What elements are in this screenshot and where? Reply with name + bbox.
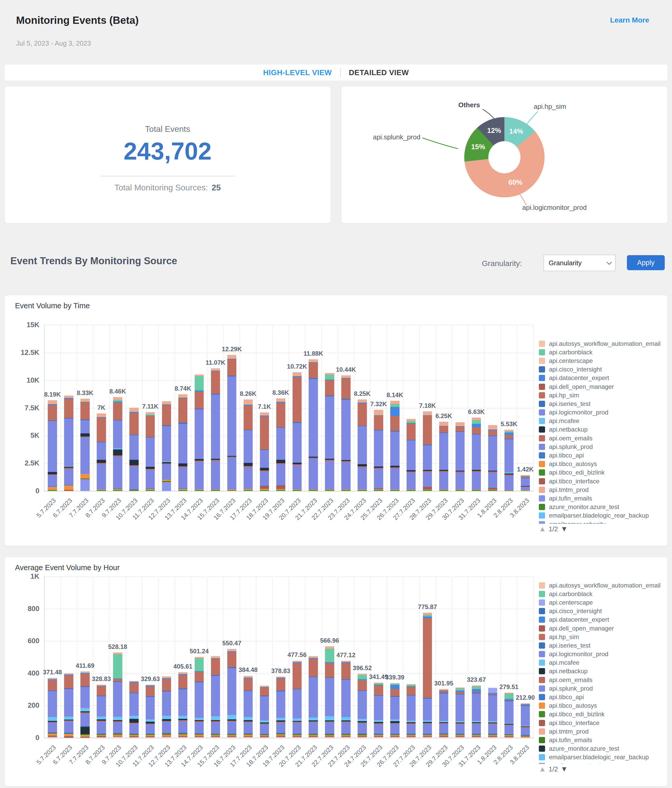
legend-item-api.centerscape[interactable]: api.centerscape (539, 598, 665, 607)
stacked-bar-19.7.2023[interactable] (276, 399, 285, 491)
legend-item-emailparser.bladelogic_rear_backup[interactable]: emailparser.bladelogic_rear_backup (539, 512, 665, 520)
stacked-bar-16.7.2023[interactable] (227, 649, 236, 738)
stacked-bar-10.7.2023[interactable] (129, 681, 138, 738)
legend-item-emailparser.cohesity[interactable]: emailparser.cohesity (539, 520, 665, 524)
legend-item-api.oem_emails[interactable]: api.oem_emails (539, 675, 665, 684)
stacked-bar-2.8.2023[interactable] (504, 693, 513, 738)
legend-item-api.tufin_emails[interactable]: api.tufin_emails (539, 736, 665, 744)
legend-item-api.tibco_api[interactable]: api.tibco_api (539, 693, 665, 701)
learn-more-link[interactable]: Learn More (610, 16, 649, 24)
stacked-bar-3.8.2023[interactable] (521, 475, 530, 491)
legend-item-api.tmtm_prod[interactable]: api.tmtm_prod (539, 727, 665, 736)
stacked-bar-22.7.2023[interactable] (325, 373, 334, 491)
stacked-bar-18.7.2023[interactable] (260, 412, 269, 491)
donut-label-others[interactable]: Others (427, 101, 480, 109)
tab-high-level-view[interactable]: HIGH-LEVEL VIEW (263, 68, 332, 77)
legend-item-api.splunk_prod[interactable]: api.splunk_prod (539, 442, 665, 451)
legend-item-api.datacenter_expert[interactable]: api.datacenter_expert (539, 615, 665, 624)
stacked-bar-6.7.2023[interactable] (64, 396, 73, 491)
stacked-bar-23.7.2023[interactable] (342, 375, 351, 491)
stacked-bar-25.7.2023[interactable] (374, 683, 383, 738)
donut-label-logicmonitor-prod[interactable]: api.logicmonitor_prod (522, 203, 587, 211)
stacked-bar-3.8.2023[interactable] (521, 703, 530, 738)
tab-detailed-view[interactable]: DETAILED VIEW (349, 68, 409, 77)
stacked-bar-26.7.2023[interactable] (390, 401, 399, 491)
stacked-bar-12.7.2023[interactable] (162, 676, 171, 738)
stacked-bar-31.7.2023[interactable] (472, 418, 481, 491)
stacked-bar-28.7.2023[interactable] (423, 613, 432, 738)
legend-item-api.centerscape[interactable]: api.centerscape (539, 356, 665, 365)
stacked-bar-24.7.2023[interactable] (358, 399, 367, 491)
legend-item-api.tibco_interface[interactable]: api.tibco_interface (539, 477, 665, 485)
apply-button[interactable]: Apply (627, 255, 665, 270)
stacked-bar-17.7.2023[interactable] (243, 399, 253, 491)
stacked-bar-25.7.2023[interactable] (374, 410, 383, 491)
stacked-bar-23.7.2023[interactable] (342, 661, 351, 738)
granularity-select[interactable]: Granularity (543, 255, 616, 271)
stacked-bar-7.7.2023[interactable] (81, 399, 90, 491)
legend-item-api.carbonblack[interactable]: api.carbonblack (539, 348, 665, 356)
stacked-bar-20.7.2023[interactable] (292, 372, 302, 491)
legend-item-api.tibco_autosys[interactable]: api.tibco_autosys (539, 460, 665, 468)
legend-item-api.mcafee[interactable]: api.mcafee (539, 658, 665, 667)
stacked-bar-7.7.2023[interactable] (81, 671, 90, 738)
stacked-bar-21.7.2023[interactable] (309, 359, 318, 491)
legend-item-api.tibco_api[interactable]: api.tibco_api (539, 451, 665, 459)
stacked-bar-6.7.2023[interactable] (64, 673, 73, 738)
stacked-bar-16.7.2023[interactable] (227, 355, 236, 491)
stacked-bar-29.7.2023[interactable] (439, 422, 448, 491)
legend-item-api.hp_sim[interactable]: api.hp_sim (539, 632, 665, 641)
stacked-bar-11.7.2023[interactable] (146, 412, 155, 491)
stacked-bar-5.7.2023[interactable] (48, 400, 57, 491)
legend-item-api.netbackup[interactable]: api.netbackup (539, 667, 665, 675)
events-by-source-donut[interactable]: 14%60%15%12% (464, 117, 545, 197)
stacked-bar-10.7.2023[interactable] (129, 408, 138, 491)
legend-page-down-icon[interactable]: ▼ (561, 765, 568, 773)
stacked-bar-17.7.2023[interactable] (243, 675, 253, 738)
stacked-bar-11.7.2023[interactable] (146, 685, 155, 738)
stacked-bar-19.7.2023[interactable] (276, 677, 285, 738)
legend-page-down-icon[interactable]: ▼ (561, 525, 568, 533)
stacked-bar-21.7.2023[interactable] (309, 656, 318, 738)
stacked-bar-28.7.2023[interactable] (423, 411, 432, 491)
stacked-bar-8.7.2023[interactable] (97, 685, 106, 738)
legend-item-api.dell_open_manager[interactable]: api.dell_open_manager (539, 624, 665, 632)
stacked-bar-30.7.2023[interactable] (456, 422, 464, 491)
legend-item-api.splunk_prod[interactable]: api.splunk_prod (539, 684, 665, 693)
stacked-bar-29.7.2023[interactable] (439, 689, 448, 738)
legend-item-emailparser.bladelogic_rear_backup[interactable]: emailparser.bladelogic_rear_backup (539, 753, 665, 762)
stacked-bar-14.7.2023[interactable] (195, 375, 203, 491)
stacked-bar-30.7.2023[interactable] (456, 688, 464, 738)
legend-item-api.autosys_workflow_automation_email[interactable]: api.autosys_workflow_automation_email (539, 339, 665, 348)
legend-item-api.logicmonitor_prod[interactable]: api.logicmonitor_prod (539, 650, 665, 658)
legend-item-api.hp_sim[interactable]: api.hp_sim (539, 391, 665, 399)
legend-item-api.tibco_autosys[interactable]: api.tibco_autosys (539, 702, 665, 710)
stacked-bar-1.8.2023[interactable] (488, 425, 497, 491)
legend-item-api.oem_emails[interactable]: api.oem_emails (539, 434, 665, 442)
legend-item-api.tibco_interface[interactable]: api.tibco_interface (539, 718, 665, 727)
legend-item-emailparser.cohesity[interactable]: emailparser.cohesity (539, 762, 665, 764)
stacked-bar-1.8.2023[interactable] (488, 688, 497, 738)
legend-item-api.datacenter_expert[interactable]: api.datacenter_expert (539, 374, 665, 382)
legend-page-up-icon[interactable]: ▲ (539, 765, 546, 773)
stacked-bar-12.7.2023[interactable] (162, 401, 171, 491)
stacked-bar-15.7.2023[interactable] (211, 656, 220, 738)
stacked-bar-27.7.2023[interactable] (407, 684, 416, 738)
legend-item-api.tibco_edi_bizlink[interactable]: api.tibco_edi_bizlink (539, 468, 665, 477)
legend-item-api.cisco_intersight[interactable]: api.cisco_intersight (539, 365, 665, 374)
stacked-bar-15.7.2023[interactable] (211, 369, 220, 491)
stacked-bar-20.7.2023[interactable] (292, 661, 302, 738)
legend-item-api.logicmonitor_prod[interactable]: api.logicmonitor_prod (539, 408, 665, 417)
stacked-bar-18.7.2023[interactable] (260, 686, 269, 738)
legend-item-azure_monitor.azure_test[interactable]: azure_monitor.azure_test (539, 503, 665, 512)
stacked-bar-13.7.2023[interactable] (178, 394, 187, 491)
stacked-bar-26.7.2023[interactable] (390, 683, 399, 738)
legend-item-api.carbonblack[interactable]: api.carbonblack (539, 589, 665, 598)
stacked-bar-5.7.2023[interactable] (48, 678, 57, 738)
stacked-bar-8.7.2023[interactable] (97, 413, 106, 491)
legend-page-up-icon[interactable]: ▲ (539, 525, 546, 533)
donut-label-hp-sim[interactable]: api.hp_sim (534, 103, 566, 111)
stacked-bar-9.7.2023[interactable] (113, 397, 122, 491)
legend-item-api.netbackup[interactable]: api.netbackup (539, 425, 665, 434)
donut-label-splunk-prod[interactable]: api.splunk_prod (354, 133, 421, 141)
